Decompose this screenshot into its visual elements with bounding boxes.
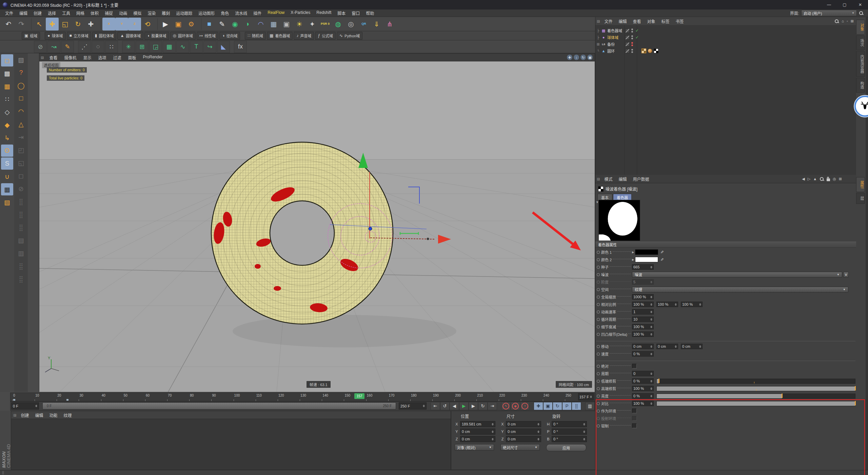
spinner-icon[interactable] <box>492 438 494 440</box>
shader-field-button[interactable]: ▦着色器域 <box>267 32 293 40</box>
spinner-icon[interactable] <box>492 431 494 433</box>
animation-dot-icon[interactable] <box>597 417 600 420</box>
linear-field-button[interactable]: ↦线性域 <box>197 32 218 40</box>
旋转-P-field[interactable]: 0 ° <box>552 429 587 435</box>
prev-frame-button[interactable]: ◀ <box>450 402 459 410</box>
last-tool-icon[interactable]: ✚ <box>84 18 97 31</box>
redo-icon[interactable]: ↷ <box>15 18 28 31</box>
om-path-icon[interactable]: ⌂ <box>842 19 844 23</box>
menubar-item[interactable]: 编辑 <box>16 10 31 16</box>
timeline-ruler[interactable]: 0102030405060708090100110120130140150160… <box>10 393 595 401</box>
material-list-empty[interactable] <box>11 419 451 469</box>
live-selection-icon[interactable]: ↖ <box>33 18 46 31</box>
viewport-menu-item[interactable]: 面板 <box>125 55 140 60</box>
add-cube-icon[interactable]: ■ <box>203 18 216 31</box>
spinner-icon[interactable] <box>650 303 652 306</box>
位置-X-field[interactable]: 189.581 cm <box>460 421 495 427</box>
animation-dot-icon[interactable] <box>597 310 600 314</box>
位置-Y-field[interactable]: 0 cm <box>460 429 495 435</box>
visibility-dots[interactable] <box>631 42 633 46</box>
eyedropper-icon[interactable]: ✎ <box>659 250 664 254</box>
voronoi-fracture-icon[interactable]: ▦ <box>163 41 176 53</box>
spinner-icon[interactable] <box>583 431 585 433</box>
spinner-icon[interactable] <box>650 266 652 268</box>
am-track-icon[interactable]: ◎ <box>833 177 836 181</box>
apply-button[interactable]: 应用 <box>546 444 586 451</box>
polygons-mode-icon[interactable]: ◆ <box>1 119 13 131</box>
panel-tab[interactable]: 内容浏览器 <box>856 51 865 77</box>
object-manager-list[interactable]: ├▩着色器域✓├●球体域✓⊞L0备份└▲圆环 <box>595 25 856 175</box>
rotate-icon[interactable]: ↻ <box>72 18 84 31</box>
menubar-item[interactable]: RealFlow <box>264 10 288 16</box>
animation-dot-icon[interactable] <box>597 303 600 306</box>
add-deformer-icon[interactable]: ◠ <box>254 18 267 31</box>
minimize-button[interactable]: — <box>821 0 837 10</box>
key-scale-toggle[interactable]: ▣ <box>543 402 553 410</box>
capsule-field-button[interactable]: ◖胶囊体域 <box>144 32 169 40</box>
current-frame-field[interactable]: 157 F <box>578 393 594 400</box>
spinner-icon[interactable] <box>650 318 652 321</box>
spinner-icon[interactable] <box>675 345 677 348</box>
phong-tag[interactable] <box>648 49 652 53</box>
attribute-menu-item[interactable]: 用户数据 <box>630 176 652 182</box>
spinner-icon[interactable] <box>583 438 585 440</box>
undo-icon[interactable]: ↶ <box>2 18 15 31</box>
animation-dot-icon[interactable] <box>597 380 600 383</box>
animation-dot-icon[interactable] <box>597 325 600 328</box>
next-key-button[interactable]: ↻ <box>478 402 488 410</box>
layer-toggle-icon[interactable] <box>625 28 630 33</box>
menubar-item[interactable]: 角色 <box>218 10 232 16</box>
am-search-icon[interactable] <box>820 177 824 181</box>
旋转-H-field[interactable]: 0 ° <box>552 421 587 427</box>
object-name[interactable]: 圆环 <box>607 48 615 54</box>
spinner-icon[interactable] <box>650 333 652 336</box>
goto-start-button[interactable]: ⇤ <box>431 402 440 410</box>
spinner-icon[interactable] <box>650 345 652 348</box>
matrix-icon[interactable]: ⊞ <box>136 41 149 53</box>
noise-preview[interactable] <box>598 200 640 241</box>
number-field[interactable]: 0 cm <box>656 344 678 349</box>
axis-mode-icon[interactable]: ↳ <box>1 132 13 144</box>
noise-preview-button[interactable]: ∨ <box>843 272 849 278</box>
尺寸-X-field[interactable]: 0 cm <box>506 421 541 427</box>
autokey-button[interactable]: ◉ <box>511 402 520 410</box>
python-field-button[interactable]: ∿Python域 <box>337 32 362 40</box>
texture-mode-icon[interactable]: ▩ <box>1 67 13 79</box>
lock-z-icon[interactable]: Z <box>128 18 141 31</box>
number-field[interactable]: 1000 % <box>632 294 654 300</box>
spinner-icon[interactable] <box>650 387 652 390</box>
number-field[interactable]: 100 % <box>632 386 654 391</box>
object-menu-item[interactable]: 书签 <box>673 18 687 24</box>
object-row[interactable]: ├●球体域✓ <box>595 34 856 41</box>
viewport-menu-item[interactable]: 查看 <box>46 55 61 60</box>
expander-icon[interactable]: ⊞ <box>595 42 601 46</box>
om-add-icon[interactable]: ⊞ <box>851 19 854 23</box>
lasso-selection-icon[interactable]: ◠ <box>15 105 27 117</box>
rectangle-selection-icon[interactable]: □ <box>15 92 27 104</box>
coord-system-icon[interactable]: ⟲ <box>141 18 154 31</box>
panel-tab[interactable]: 层 <box>856 193 865 204</box>
render-picture-viewer-icon[interactable]: ▣ <box>172 18 185 31</box>
animation-dot-icon[interactable] <box>597 251 600 254</box>
object-row[interactable]: └▲圆环 <box>595 48 856 54</box>
number-field[interactable]: 0 % <box>632 393 654 399</box>
viewport-menu-item[interactable]: 过滤 <box>110 55 125 60</box>
eyedropper-icon[interactable]: ✎ <box>659 258 664 261</box>
tracer-icon[interactable]: ↝ <box>47 41 60 53</box>
vp-zoom-icon[interactable]: ↕ <box>574 55 579 60</box>
material-icon[interactable]: ✦ <box>306 18 319 31</box>
visibility-dots[interactable] <box>631 35 633 39</box>
attribute-menu-item[interactable]: 编辑 <box>615 176 630 182</box>
spinner-icon[interactable] <box>583 423 585 425</box>
animation-dot-icon[interactable] <box>597 345 600 348</box>
radial-array-icon[interactable]: ◌ <box>92 41 104 53</box>
slider-handle[interactable] <box>855 401 856 405</box>
am-add-icon[interactable]: ⊞ <box>839 177 842 181</box>
spinner-icon[interactable] <box>675 303 677 306</box>
visibility-dots[interactable] <box>631 49 633 53</box>
add-light-icon[interactable]: ☀ <box>293 18 306 31</box>
alpha-tag[interactable] <box>654 49 658 53</box>
number-field[interactable]: 1 <box>632 309 654 315</box>
material-menu-item[interactable]: 编辑 <box>32 412 46 418</box>
workplane-lock-icon[interactable]: ▦ <box>1 183 13 195</box>
